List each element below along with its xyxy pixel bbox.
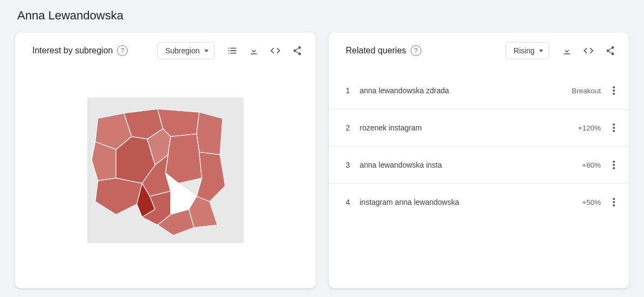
kebab-menu-icon[interactable] xyxy=(606,157,621,172)
query-row[interactable]: 3anna lewandowska insta+80% xyxy=(329,147,629,184)
kebab-menu-icon[interactable] xyxy=(606,120,621,135)
download-icon[interactable] xyxy=(248,45,260,57)
query-text: rozenek instagram xyxy=(360,123,578,132)
related-queries-card: Related queries ? Rising 1anna lewandows… xyxy=(329,32,629,288)
chevron-down-icon xyxy=(204,50,209,52)
query-row[interactable]: 2rozenek instagram+120% xyxy=(329,109,629,147)
query-row[interactable]: 1anna lewandowska zdradaBreakout xyxy=(329,72,629,109)
query-text: anna lewandowska zdrada xyxy=(360,86,572,95)
map-container xyxy=(15,63,316,288)
query-rank: 1 xyxy=(346,86,360,95)
kebab-menu-icon[interactable] xyxy=(606,195,621,210)
query-text: instagram anna lewandowska xyxy=(360,198,583,206)
query-rank: 3 xyxy=(346,161,360,169)
download-icon[interactable] xyxy=(561,45,573,57)
query-text: anna lewandowska insta xyxy=(360,161,583,169)
query-rank: 2 xyxy=(346,123,360,132)
query-row[interactable]: 4instagram anna lewandowska+50% xyxy=(329,184,629,220)
dropdown-label: Subregion xyxy=(165,46,200,55)
subregion-dropdown[interactable]: Subregion xyxy=(157,42,214,59)
query-value: +50% xyxy=(582,198,601,206)
card-title: Interest by subregion xyxy=(32,46,113,56)
card-title: Related queries xyxy=(346,46,406,56)
help-icon[interactable]: ? xyxy=(411,45,421,56)
poland-map[interactable] xyxy=(87,98,244,243)
map-region-podlaskie[interactable] xyxy=(197,112,223,155)
embed-icon[interactable] xyxy=(583,45,594,57)
list-view-icon[interactable] xyxy=(226,45,238,57)
map-region-mazowieckie[interactable] xyxy=(165,134,202,183)
chevron-down-icon xyxy=(539,50,543,52)
help-icon[interactable]: ? xyxy=(117,45,128,56)
share-icon[interactable] xyxy=(604,45,616,57)
rising-dropdown[interactable]: Rising xyxy=(505,42,549,59)
query-value: +80% xyxy=(582,161,601,169)
query-list: 1anna lewandowska zdradaBreakout2rozenek… xyxy=(329,63,629,220)
interest-by-subregion-card: Interest by subregion ? Subregion xyxy=(15,32,316,288)
page-title: Anna Lewandowska xyxy=(17,9,629,23)
share-icon[interactable] xyxy=(291,45,303,57)
query-rank: 4 xyxy=(346,198,360,206)
kebab-menu-icon[interactable] xyxy=(606,83,621,98)
query-value: +120% xyxy=(578,124,601,132)
dropdown-label: Rising xyxy=(514,46,535,55)
embed-icon[interactable] xyxy=(269,45,281,57)
query-value: Breakout xyxy=(572,87,601,95)
